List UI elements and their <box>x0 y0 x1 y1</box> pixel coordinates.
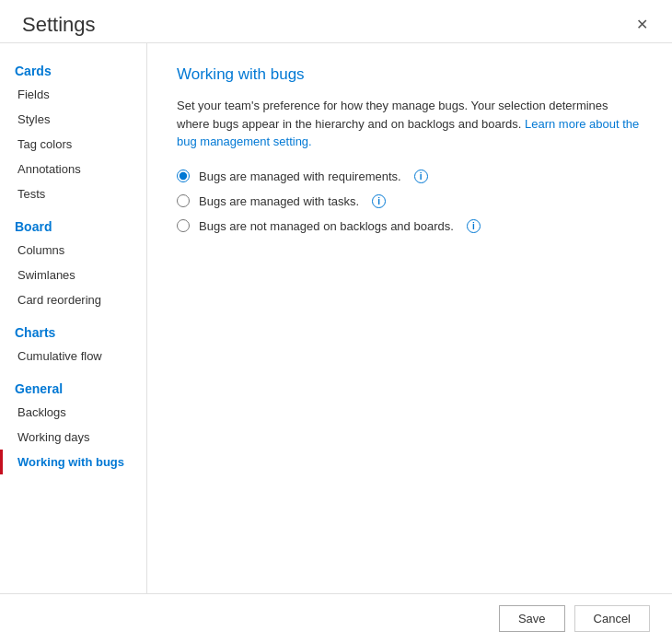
sidebar-section-cards: Cards <box>0 51 146 82</box>
info-icon-not-managed[interactable]: i <box>467 219 481 233</box>
sidebar-section-charts: Charts <box>0 312 146 344</box>
radio-tasks[interactable] <box>177 194 190 207</box>
dialog-title: Settings <box>22 13 96 37</box>
sidebar-item-backlogs[interactable]: Backlogs <box>0 400 146 425</box>
sidebar-section-general: General <box>0 368 146 400</box>
content-section-title: Working with bugs <box>177 65 643 84</box>
info-icon-requirements[interactable]: i <box>414 170 428 183</box>
sidebar-item-cumulative-flow[interactable]: Cumulative flow <box>0 344 146 368</box>
sidebar-item-swimlanes[interactable]: Swimlanes <box>0 263 146 287</box>
radio-requirements[interactable] <box>177 170 190 182</box>
radio-option-not-managed[interactable]: Bugs are not managed on backlogs and boa… <box>177 219 643 233</box>
radio-label-requirements: Bugs are managed with requirements. <box>199 170 401 183</box>
radio-label-not-managed: Bugs are not managed on backlogs and boa… <box>199 219 454 233</box>
sidebar-item-columns[interactable]: Columns <box>0 238 146 263</box>
sidebar-item-annotations[interactable]: Annotations <box>0 157 146 181</box>
sidebar-item-styles[interactable]: Styles <box>0 107 146 132</box>
sidebar-item-fields[interactable]: Fields <box>0 82 146 107</box>
sidebar: Cards Fields Styles Tag colors Annotatio… <box>0 43 147 593</box>
radio-option-requirements[interactable]: Bugs are managed with requirements. i <box>177 170 643 183</box>
info-icon-tasks[interactable]: i <box>372 194 386 208</box>
dialog-header: Settings ✕ <box>0 0 672 42</box>
sidebar-item-card-reordering[interactable]: Card reordering <box>0 287 146 312</box>
dialog-footer: Save Cancel <box>0 593 672 643</box>
dialog-body: Cards Fields Styles Tag colors Annotatio… <box>0 42 672 593</box>
radio-label-tasks: Bugs are managed with tasks. <box>199 194 359 208</box>
sidebar-item-tests[interactable]: Tests <box>0 181 146 206</box>
sidebar-item-working-with-bugs[interactable]: Working with bugs <box>0 450 146 474</box>
content-description: Set your team's preference for how they … <box>177 97 643 151</box>
radio-not-managed[interactable] <box>177 219 190 232</box>
radio-group: Bugs are managed with requirements. i Bu… <box>177 170 643 233</box>
cancel-button[interactable]: Cancel <box>574 605 650 632</box>
sidebar-item-working-days[interactable]: Working days <box>0 425 146 450</box>
save-button[interactable]: Save <box>499 605 565 632</box>
sidebar-section-board: Board <box>0 206 146 238</box>
sidebar-item-tag-colors[interactable]: Tag colors <box>0 132 146 157</box>
main-content: Working with bugs Set your team's prefer… <box>147 43 672 593</box>
settings-dialog: Settings ✕ Cards Fields Styles Tag color… <box>0 0 672 643</box>
radio-option-tasks[interactable]: Bugs are managed with tasks. i <box>177 194 643 208</box>
close-button[interactable]: ✕ <box>631 14 654 36</box>
